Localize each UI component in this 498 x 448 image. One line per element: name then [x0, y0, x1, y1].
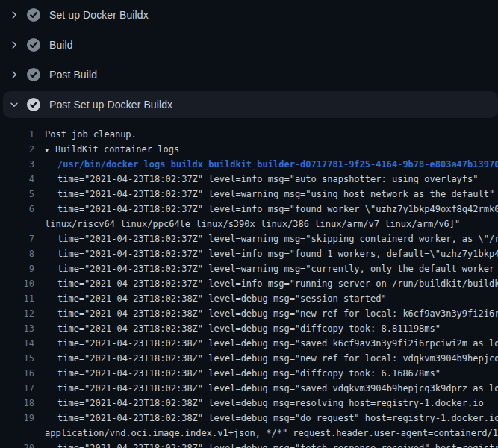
log-line: 6 time="2021-04-23T18:02:37Z" level=info…	[0, 202, 498, 217]
log-line-number[interactable]: 16	[0, 366, 34, 381]
log-line-number[interactable]	[0, 217, 34, 231]
log-line-text: time="2021-04-23T18:02:37Z" level=info m…	[57, 249, 498, 259]
log-line-content: /usr/bin/docker logs buildx_buildkit_bui…	[34, 157, 498, 172]
log-line-text: time="2021-04-23T18:02:37Z" level=info m…	[57, 279, 498, 289]
step-header-2[interactable]: Post Build	[0, 60, 498, 90]
log-line-number[interactable]: 19	[0, 411, 34, 426]
log-line-number[interactable]: 7	[0, 231, 34, 246]
log-line: application/vnd.oci.image.index.v1+json,…	[0, 426, 498, 441]
log-line-text: /usr/bin/docker logs buildx_buildkit_bui…	[57, 159, 498, 169]
log-line-text: time="2021-04-23T18:02:38Z" level=debug …	[57, 308, 498, 319]
step-title: Build	[49, 39, 73, 51]
log-line-content: time="2021-04-23T18:02:38Z" level=debug …	[34, 306, 498, 321]
log-line-number[interactable]: 12	[0, 306, 34, 321]
log-line-number[interactable]	[0, 426, 34, 441]
log-line-content: application/vnd.oci.image.index.v1+json,…	[34, 426, 498, 441]
log-line-content: time="2021-04-23T18:02:38Z" level=debug …	[34, 336, 498, 351]
log-line-content: time="2021-04-23T18:02:38Z" level=debug …	[34, 321, 441, 336]
log-line-number[interactable]: 9	[0, 261, 34, 276]
log-line-content: time="2021-04-23T18:02:38Z" level=debug …	[34, 411, 498, 426]
log-line-number[interactable]: 20	[0, 441, 34, 448]
log-line-number[interactable]: 3	[0, 157, 34, 172]
check-circle-icon	[27, 68, 40, 81]
log-line: 9 time="2021-04-23T18:02:37Z" level=warn…	[0, 261, 498, 276]
log-line-text: application/vnd.oci.image.index.v1+json,…	[45, 428, 498, 438]
log-line-number[interactable]: 5	[0, 187, 34, 202]
log-line-text: BuildKit container logs	[55, 144, 179, 155]
log-line-content: time="2021-04-23T18:02:38Z" level=debug …	[34, 351, 498, 366]
log-line-number[interactable]: 6	[0, 202, 34, 217]
log-viewer: 1 Post job cleanup. 2 ▼BuildKit containe…	[0, 119, 498, 448]
log-line-content: time="2021-04-23T18:02:37Z" level=info m…	[34, 246, 498, 261]
log-line-text: time="2021-04-23T18:02:38Z" level=debug …	[57, 353, 498, 364]
log-line-number[interactable]: 8	[0, 246, 34, 261]
step-header-3[interactable]: Post Set up Docker Buildx	[3, 91, 498, 118]
log-line: 13 time="2021-04-23T18:02:38Z" level=deb…	[0, 321, 498, 336]
log-line-content: time="2021-04-23T18:02:38Z" level=debug …	[34, 381, 498, 396]
chevron-icon[interactable]	[9, 99, 19, 110]
log-line: 2 ▼BuildKit container logs	[0, 142, 498, 157]
log-line: 7 time="2021-04-23T18:02:37Z" level=warn…	[0, 231, 498, 246]
log-line: 12 time="2021-04-23T18:02:38Z" level=deb…	[0, 306, 498, 321]
step-header-1[interactable]: Build	[0, 30, 498, 60]
log-line: 17 time="2021-04-23T18:02:38Z" level=deb…	[0, 381, 498, 396]
log-line-content: ▼BuildKit container logs	[34, 142, 179, 157]
log-line-text: time="2021-04-23T18:02:38Z" level=debug …	[57, 413, 498, 423]
chevron-icon[interactable]	[9, 40, 19, 50]
log-line: 19 time="2021-04-23T18:02:38Z" level=deb…	[0, 411, 498, 426]
log-line-content: time="2021-04-23T18:02:38Z" level=debug …	[34, 291, 387, 306]
log-line-number[interactable]: 10	[0, 276, 34, 291]
log-line-content: time="2021-04-23T18:02:38Z" level=debug …	[34, 366, 441, 381]
log-line-text: Post job cleanup.	[45, 129, 137, 140]
log-line: 18 time="2021-04-23T18:02:38Z" level=deb…	[0, 396, 498, 411]
log-line-content: linux/riscv64 linux/ppc64le linux/s390x …	[34, 217, 460, 231]
log-line-text: time="2021-04-23T18:02:38Z" level=debug …	[57, 368, 441, 379]
log-line-text: time="2021-04-23T18:02:37Z" level=warnin…	[57, 189, 494, 199]
step-header-0[interactable]: Set up Docker Buildx	[0, 0, 498, 30]
log-line: 8 time="2021-04-23T18:02:37Z" level=info…	[0, 246, 498, 261]
step-title: Set up Docker Buildx	[49, 9, 149, 21]
check-circle-icon	[27, 38, 40, 52]
log-line-number[interactable]: 17	[0, 381, 34, 396]
log-line-number[interactable]: 2	[0, 142, 34, 157]
log-line-number[interactable]: 15	[0, 351, 34, 366]
log-line-number[interactable]: 4	[0, 172, 34, 187]
log-line-text: time="2021-04-23T18:02:38Z" level=debug …	[57, 383, 498, 393]
log-line-text: time="2021-04-23T18:02:38Z" level=debug …	[57, 398, 484, 408]
job-steps-list: Set up Docker Buildx Build	[0, 0, 498, 118]
log-line: 20 time="2021-04-23T18:02:38Z" level=deb…	[0, 441, 498, 448]
log-line-text: time="2021-04-23T18:02:37Z" level=warnin…	[57, 234, 498, 244]
log-line: 5 time="2021-04-23T18:02:37Z" level=warn…	[0, 187, 498, 202]
log-line: 10 time="2021-04-23T18:02:37Z" level=inf…	[0, 276, 498, 291]
log-line-text: time="2021-04-23T18:02:38Z" level=debug …	[57, 323, 441, 334]
log-line-number[interactable]: 13	[0, 321, 34, 336]
log-line-number[interactable]: 18	[0, 396, 34, 411]
log-line-content: time="2021-04-23T18:02:37Z" level=warnin…	[34, 187, 494, 202]
step-title: Post Build	[49, 69, 97, 81]
log-line-number[interactable]: 14	[0, 336, 34, 351]
log-line-text: linux/riscv64 linux/ppc64le linux/s390x …	[45, 219, 460, 229]
log-line-number[interactable]: 11	[0, 291, 34, 306]
log-line-content: time="2021-04-23T18:02:37Z" level=info m…	[34, 202, 498, 217]
log-group-toggle-icon[interactable]: ▼	[45, 143, 55, 157]
chevron-icon[interactable]	[9, 69, 19, 80]
log-line: 16 time="2021-04-23T18:02:38Z" level=deb…	[0, 366, 498, 381]
log-line: 14 time="2021-04-23T18:02:38Z" level=deb…	[0, 336, 498, 351]
log-line-content: time="2021-04-23T18:02:37Z" level=info m…	[34, 276, 498, 291]
log-line-content: Post job cleanup.	[34, 127, 137, 142]
log-line-text: time="2021-04-23T18:02:37Z" level=info m…	[57, 174, 479, 184]
log-line-content: time="2021-04-23T18:02:38Z" level=debug …	[34, 396, 484, 411]
log-line: linux/riscv64 linux/ppc64le linux/s390x …	[0, 217, 498, 231]
log-line-number[interactable]: 1	[0, 127, 34, 142]
check-circle-icon	[27, 8, 40, 22]
log-line: 4 time="2021-04-23T18:02:37Z" level=info…	[0, 172, 498, 187]
log-line: 11 time="2021-04-23T18:02:38Z" level=deb…	[0, 291, 498, 306]
check-circle-icon	[27, 98, 40, 111]
log-line: 3 /usr/bin/docker logs buildx_buildkit_b…	[0, 157, 498, 172]
log-line-text: time="2021-04-23T18:02:38Z" level=debug …	[57, 443, 498, 448]
log-line-text: time="2021-04-23T18:02:37Z" level=info m…	[57, 204, 498, 214]
step-title: Post Set up Docker Buildx	[49, 99, 172, 111]
log-line-content: time="2021-04-23T18:02:38Z" level=debug …	[34, 441, 498, 448]
log-line: 15 time="2021-04-23T18:02:38Z" level=deb…	[0, 351, 498, 366]
chevron-icon[interactable]	[9, 10, 19, 20]
